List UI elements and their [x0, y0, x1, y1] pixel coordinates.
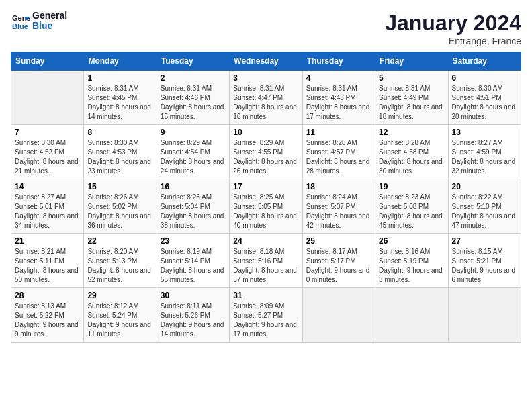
day-info: Sunrise: 8:29 AMSunset: 4:55 PMDaylight:… — [233, 138, 298, 176]
calendar-cell — [448, 288, 521, 342]
day-info: Sunrise: 8:09 AMSunset: 5:27 PMDaylight:… — [233, 302, 298, 339]
calendar-cell: 7Sunrise: 8:30 AMSunset: 4:52 PMDaylight… — [11, 125, 84, 179]
day-info: Sunrise: 8:28 AMSunset: 4:57 PMDaylight:… — [306, 138, 371, 176]
weekday-header: Thursday — [302, 52, 375, 71]
calendar-cell: 3Sunrise: 8:31 AMSunset: 4:47 PMDaylight… — [230, 71, 302, 125]
calendar-cell: 13Sunrise: 8:27 AMSunset: 4:59 PMDayligh… — [448, 125, 521, 179]
day-number: 10 — [233, 128, 298, 137]
day-number: 20 — [452, 182, 517, 191]
calendar-cell: 25Sunrise: 8:17 AMSunset: 5:17 PMDayligh… — [302, 234, 375, 288]
day-info: Sunrise: 8:13 AMSunset: 5:22 PMDaylight:… — [15, 302, 80, 339]
calendar-cell: 26Sunrise: 8:16 AMSunset: 5:19 PMDayligh… — [375, 234, 448, 288]
day-info: Sunrise: 8:20 AMSunset: 5:13 PMDaylight:… — [87, 247, 152, 285]
day-number: 22 — [87, 236, 152, 246]
day-info: Sunrise: 8:31 AMSunset: 4:48 PMDaylight:… — [306, 84, 371, 122]
calendar-cell: 31Sunrise: 8:09 AMSunset: 5:27 PMDayligh… — [230, 288, 302, 342]
calendar-cell: 17Sunrise: 8:25 AMSunset: 5:05 PMDayligh… — [230, 179, 302, 234]
page-header: General Blue General Blue January 2024 E… — [11, 11, 521, 46]
day-info: Sunrise: 8:31 AMSunset: 4:46 PMDaylight:… — [161, 84, 226, 122]
day-number: 2 — [161, 73, 226, 83]
day-info: Sunrise: 8:31 AMSunset: 4:49 PMDaylight:… — [379, 84, 444, 122]
calendar-cell: 15Sunrise: 8:26 AMSunset: 5:02 PMDayligh… — [84, 179, 157, 234]
day-number: 29 — [87, 291, 152, 300]
day-number: 16 — [161, 182, 226, 191]
calendar-cell: 27Sunrise: 8:15 AMSunset: 5:21 PMDayligh… — [448, 234, 521, 288]
day-info: Sunrise: 8:23 AMSunset: 5:08 PMDaylight:… — [379, 193, 444, 230]
logo-general: General — [32, 11, 67, 21]
day-number: 26 — [379, 236, 444, 246]
day-number: 5 — [379, 73, 444, 83]
day-number: 1 — [87, 73, 152, 83]
day-info: Sunrise: 8:28 AMSunset: 4:58 PMDaylight:… — [379, 138, 444, 176]
day-info: Sunrise: 8:30 AMSunset: 4:52 PMDaylight:… — [15, 138, 80, 176]
day-number: 17 — [233, 182, 298, 191]
day-info: Sunrise: 8:12 AMSunset: 5:24 PMDaylight:… — [87, 302, 152, 339]
calendar-cell: 8Sunrise: 8:30 AMSunset: 4:53 PMDaylight… — [84, 125, 157, 179]
calendar-cell: 6Sunrise: 8:30 AMSunset: 4:51 PMDaylight… — [448, 71, 521, 125]
calendar-cell: 9Sunrise: 8:29 AMSunset: 4:54 PMDaylight… — [157, 125, 229, 179]
calendar-cell — [375, 288, 448, 342]
weekday-header: Friday — [375, 52, 448, 71]
calendar-cell: 30Sunrise: 8:11 AMSunset: 5:26 PMDayligh… — [157, 288, 229, 342]
calendar-week-row: 14Sunrise: 8:27 AMSunset: 5:01 PMDayligh… — [11, 179, 521, 234]
calendar-cell: 5Sunrise: 8:31 AMSunset: 4:49 PMDaylight… — [375, 71, 448, 125]
day-number: 7 — [15, 128, 80, 137]
day-info: Sunrise: 8:16 AMSunset: 5:19 PMDaylight:… — [379, 247, 444, 285]
logo: General Blue General Blue — [11, 11, 67, 32]
day-number: 3 — [233, 73, 298, 83]
day-number: 4 — [306, 73, 371, 83]
calendar-week-row: 7Sunrise: 8:30 AMSunset: 4:52 PMDaylight… — [11, 125, 521, 179]
weekday-header: Tuesday — [157, 52, 229, 71]
day-info: Sunrise: 8:21 AMSunset: 5:11 PMDaylight:… — [15, 247, 80, 285]
day-number: 25 — [306, 236, 371, 246]
calendar-cell: 10Sunrise: 8:29 AMSunset: 4:55 PMDayligh… — [230, 125, 302, 179]
calendar-table: SundayMondayTuesdayWednesdayThursdayFrid… — [11, 52, 521, 342]
calendar-cell — [302, 288, 375, 342]
calendar-cell: 18Sunrise: 8:24 AMSunset: 5:07 PMDayligh… — [302, 179, 375, 234]
calendar-cell: 23Sunrise: 8:19 AMSunset: 5:14 PMDayligh… — [157, 234, 229, 288]
header-row: SundayMondayTuesdayWednesdayThursdayFrid… — [11, 52, 521, 71]
day-number: 6 — [452, 73, 517, 83]
calendar-cell: 16Sunrise: 8:25 AMSunset: 5:04 PMDayligh… — [157, 179, 229, 234]
weekday-header: Saturday — [448, 52, 521, 71]
weekday-header: Sunday — [11, 52, 84, 71]
day-number: 18 — [306, 182, 371, 191]
location: Entrange, France — [385, 36, 521, 46]
day-number: 24 — [233, 236, 298, 246]
day-number: 14 — [15, 182, 80, 191]
day-info: Sunrise: 8:25 AMSunset: 5:05 PMDaylight:… — [233, 193, 298, 230]
day-number: 8 — [87, 128, 152, 137]
calendar-cell — [11, 71, 84, 125]
calendar-cell: 29Sunrise: 8:12 AMSunset: 5:24 PMDayligh… — [84, 288, 157, 342]
calendar-cell: 2Sunrise: 8:31 AMSunset: 4:46 PMDaylight… — [157, 71, 229, 125]
calendar-cell: 21Sunrise: 8:21 AMSunset: 5:11 PMDayligh… — [11, 234, 84, 288]
calendar-week-row: 1Sunrise: 8:31 AMSunset: 4:45 PMDaylight… — [11, 71, 521, 125]
day-info: Sunrise: 8:30 AMSunset: 4:53 PMDaylight:… — [87, 138, 152, 176]
title-block: January 2024 Entrange, France — [385, 11, 521, 46]
day-info: Sunrise: 8:18 AMSunset: 5:16 PMDaylight:… — [233, 247, 298, 285]
calendar-cell: 4Sunrise: 8:31 AMSunset: 4:48 PMDaylight… — [302, 71, 375, 125]
day-number: 12 — [379, 128, 444, 137]
weekday-header: Monday — [84, 52, 157, 71]
day-info: Sunrise: 8:29 AMSunset: 4:54 PMDaylight:… — [161, 138, 226, 176]
logo-icon: General Blue — [11, 11, 30, 30]
day-number: 30 — [161, 291, 226, 300]
day-number: 28 — [15, 291, 80, 300]
day-info: Sunrise: 8:27 AMSunset: 4:59 PMDaylight:… — [452, 138, 517, 176]
day-info: Sunrise: 8:25 AMSunset: 5:04 PMDaylight:… — [161, 193, 226, 230]
logo-blue: Blue — [32, 21, 67, 31]
calendar-cell: 12Sunrise: 8:28 AMSunset: 4:58 PMDayligh… — [375, 125, 448, 179]
calendar-cell: 14Sunrise: 8:27 AMSunset: 5:01 PMDayligh… — [11, 179, 84, 234]
day-number: 11 — [306, 128, 371, 137]
day-number: 23 — [161, 236, 226, 246]
calendar-week-row: 28Sunrise: 8:13 AMSunset: 5:22 PMDayligh… — [11, 288, 521, 342]
calendar-cell: 20Sunrise: 8:22 AMSunset: 5:10 PMDayligh… — [448, 179, 521, 234]
calendar-cell: 24Sunrise: 8:18 AMSunset: 5:16 PMDayligh… — [230, 234, 302, 288]
day-number: 9 — [161, 128, 226, 137]
day-info: Sunrise: 8:24 AMSunset: 5:07 PMDaylight:… — [306, 193, 371, 230]
calendar-cell: 19Sunrise: 8:23 AMSunset: 5:08 PMDayligh… — [375, 179, 448, 234]
day-info: Sunrise: 8:19 AMSunset: 5:14 PMDaylight:… — [161, 247, 226, 285]
calendar-cell: 1Sunrise: 8:31 AMSunset: 4:45 PMDaylight… — [84, 71, 157, 125]
calendar-cell: 11Sunrise: 8:28 AMSunset: 4:57 PMDayligh… — [302, 125, 375, 179]
day-info: Sunrise: 8:15 AMSunset: 5:21 PMDaylight:… — [452, 247, 517, 285]
